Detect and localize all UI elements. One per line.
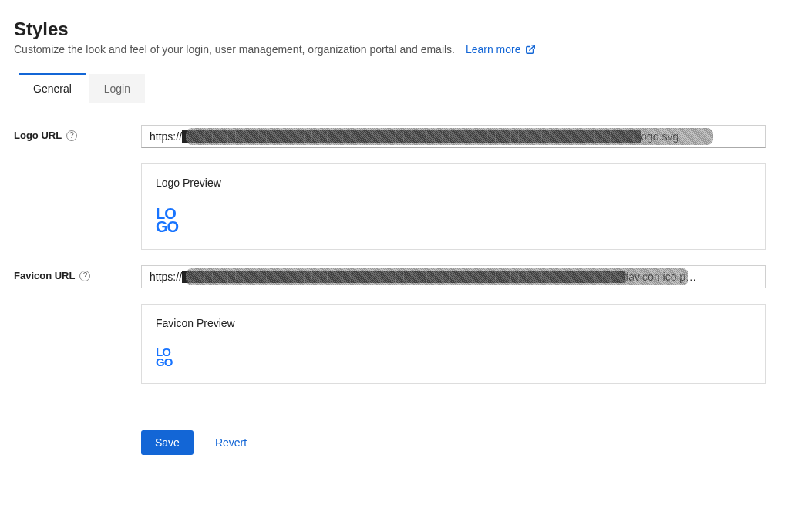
favicon-preview-image: LOGO [156, 348, 751, 368]
revert-button[interactable]: Revert [212, 430, 250, 455]
tab-general[interactable]: General [19, 73, 86, 103]
logo-url-input-wrap [141, 125, 766, 148]
save-button[interactable]: Save [141, 430, 194, 455]
logo-url-label: Logo URL [14, 130, 62, 141]
subtitle-text: Customize the look and feel of your logi… [14, 43, 455, 56]
learn-more-label: Learn more [466, 43, 521, 56]
svg-line-0 [530, 45, 534, 50]
logo-preview-image: LOGO [156, 207, 751, 234]
logo-url-label-wrap: Logo URL ? [14, 125, 141, 141]
favicon-preview-box: Favicon Preview LOGO [141, 304, 766, 384]
favicon-url-input-wrap [141, 265, 766, 288]
learn-more-link[interactable]: Learn more [466, 43, 536, 56]
logo-preview-label: Logo Preview [156, 177, 751, 189]
page-title: Styles [14, 19, 777, 40]
favicon-preview-label: Favicon Preview [156, 317, 751, 329]
logo-preview-box: Logo Preview LOGO [141, 163, 766, 250]
favicon-url-label-wrap: Favicon URL ? [14, 265, 141, 281]
help-icon[interactable]: ? [66, 130, 77, 141]
tab-login[interactable]: Login [89, 74, 145, 103]
page-subtitle: Customize the look and feel of your logi… [14, 43, 777, 56]
tab-strip: General Login [0, 72, 791, 103]
help-icon[interactable]: ? [79, 271, 90, 281]
favicon-url-label: Favicon URL [14, 270, 75, 281]
external-link-icon [525, 44, 536, 55]
favicon-url-input[interactable] [141, 265, 766, 288]
action-button-row: Save Revert [141, 430, 766, 455]
logo-url-input[interactable] [141, 125, 766, 148]
